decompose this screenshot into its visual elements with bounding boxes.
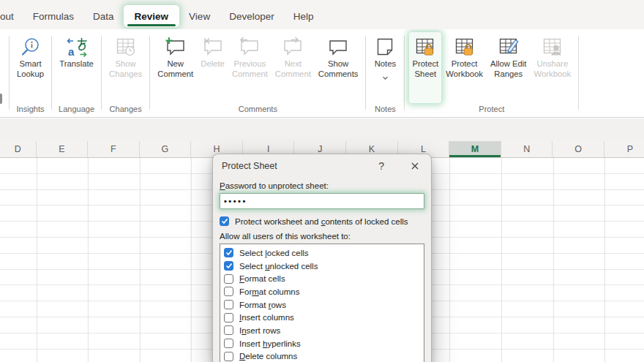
tab-out[interactable]: out: [0, 5, 23, 27]
ribbon-group-changes: ShowChangesChanges: [103, 31, 148, 117]
group-label-comments: Comments: [236, 104, 280, 117]
protect-sheet-dialog: Protect Sheet ? Password to unprotect sh…: [212, 154, 432, 362]
password-input[interactable]: [220, 193, 424, 209]
ribbon-button-translate[interactable]: aTranslate: [56, 32, 97, 103]
tab-formulas[interactable]: Formulas: [23, 5, 83, 27]
group-label-notes: Notes: [372, 104, 399, 117]
ribbon-button-protect-workbook[interactable]: ProtectWorkbook: [443, 32, 486, 103]
checkbox-unchecked-icon[interactable]: [224, 274, 233, 284]
allow-users-label: Allow all users of this worksheet to:: [220, 232, 424, 241]
protect-worksheet-checkbox-row[interactable]: Protect worksheet and contents of locked…: [220, 216, 424, 226]
ribbon-button-label: Delete: [201, 59, 225, 69]
permission-label: Delete columns: [239, 352, 297, 361]
column-header-d[interactable]: D: [0, 141, 37, 157]
help-icon[interactable]: ?: [374, 160, 389, 172]
permission-item[interactable]: Delete columns: [224, 350, 424, 362]
close-icon[interactable]: [408, 160, 422, 172]
group-label-language: Language: [56, 104, 97, 117]
allow-edit-ranges-icon: [497, 36, 520, 59]
ribbon-button-show-changes: ShowChanges: [106, 32, 145, 103]
ribbon-button-label: Allow EditRanges: [490, 59, 527, 80]
permission-item[interactable]: Insert hyperlinks: [224, 337, 424, 350]
group-divider: [101, 36, 102, 110]
permission-item[interactable]: Format rows: [224, 298, 424, 312]
ribbon-button-label: UnshareWorkbook: [534, 59, 572, 80]
permission-label: Select unlocked cells: [239, 262, 318, 271]
checkbox-unchecked-icon[interactable]: [224, 352, 233, 361]
tab-developer[interactable]: Developer: [220, 5, 284, 27]
ribbon-button-label: NewComment: [157, 59, 193, 80]
ribbon-button-label: SmartLookup: [17, 59, 44, 80]
tab-view[interactable]: View: [179, 5, 220, 27]
permission-item[interactable]: Select locked cells: [224, 246, 424, 260]
ribbon-button-label: PreviousComment: [232, 59, 268, 80]
checkbox-checked-icon[interactable]: [220, 216, 229, 226]
permission-label: Insert columns: [239, 313, 294, 322]
column-header-n[interactable]: N: [501, 141, 553, 157]
show-changes-icon: [114, 36, 138, 59]
permission-item[interactable]: Insert rows: [224, 324, 424, 337]
tab-review[interactable]: Review: [124, 5, 180, 27]
group-label-protect: Protect: [476, 104, 507, 117]
permission-label: Format cells: [239, 274, 285, 283]
ribbon-tab-bar: outFormulasDataReviewViewDeveloperHelp: [0, 0, 644, 29]
ribbon-button-label: ShowComments: [318, 59, 359, 80]
permission-item[interactable]: Format cells: [224, 272, 424, 285]
ribbon-button-previous-comment: PreviousComment: [229, 32, 271, 103]
show-comments-icon: [326, 36, 350, 59]
checkbox-unchecked-icon[interactable]: [224, 300, 233, 309]
permission-item[interactable]: Insert columns: [224, 311, 424, 324]
checkbox-checked-icon[interactable]: [224, 261, 233, 271]
dialog-title: Protect Sheet: [222, 161, 374, 171]
permission-label: Insert hyperlinks: [239, 339, 301, 348]
checkbox-unchecked-icon[interactable]: [224, 287, 233, 296]
permission-label: Format columns: [239, 287, 299, 296]
ribbon-button-label: ProtectWorkbook: [446, 59, 483, 80]
ribbon-button-smart-lookup[interactable]: SmartLookup: [14, 32, 47, 103]
excel-window: outFormulasDataReviewViewDeveloperHelp S…: [0, 0, 644, 362]
dialog-body: Password to unprotect sheet: Protect wor…: [213, 181, 431, 362]
group-divider: [149, 36, 150, 110]
ribbon-button-allow-edit-ranges[interactable]: Allow EditRanges: [487, 32, 530, 103]
dialog-title-bar[interactable]: Protect Sheet ?: [213, 154, 431, 176]
permission-label: Select locked cells: [239, 249, 309, 257]
column-header-e[interactable]: E: [37, 141, 89, 157]
ribbon-button-label: ProtectSheet: [412, 59, 438, 80]
permission-label: Insert rows: [239, 326, 280, 335]
ribbon-button-unshare-workbook: UnshareWorkbook: [531, 32, 574, 103]
smart-lookup-icon: [19, 36, 42, 59]
ribbon-group-comments: NewCommentDeletePreviousCommentNextComme…: [151, 31, 364, 117]
ribbon-button-notes[interactable]: Notes: [370, 32, 400, 103]
previous-comment-icon: [238, 36, 261, 59]
checkbox-unchecked-icon[interactable]: [224, 325, 233, 335]
group-divider: [365, 36, 366, 110]
ribbon-button-protect-sheet[interactable]: ProtectSheet: [409, 32, 441, 103]
checkbox-unchecked-icon[interactable]: [224, 339, 233, 348]
group-divider: [578, 36, 579, 110]
tab-help[interactable]: Help: [284, 5, 323, 27]
column-header-p[interactable]: P: [604, 141, 644, 157]
column-header-o[interactable]: O: [553, 141, 604, 157]
formula-bar-spacer: [0, 118, 644, 141]
column-header-f[interactable]: F: [88, 141, 140, 157]
column-header-g[interactable]: G: [140, 141, 192, 157]
group-divider: [9, 36, 10, 110]
ribbon-button-show-comments[interactable]: ShowComments: [315, 32, 362, 103]
group-divider: [51, 36, 52, 110]
ribbon-button-new-comment[interactable]: NewComment: [154, 32, 196, 103]
checkbox-unchecked-icon[interactable]: [224, 313, 233, 323]
permission-label: Format rows: [239, 301, 286, 309]
permission-item[interactable]: Select unlocked cells: [224, 260, 424, 273]
tab-data[interactable]: Data: [83, 5, 124, 27]
delete-comment-icon: [201, 36, 225, 59]
chevron-down-icon: [382, 70, 389, 75]
ribbon-group-notes: NotesNotes: [367, 31, 402, 117]
group-label-changes: Changes: [107, 104, 145, 117]
checkbox-checked-icon[interactable]: [224, 248, 233, 257]
permissions-listbox[interactable]: Select locked cellsSelect unlocked cells…: [220, 244, 424, 362]
ribbon-button-label: Notes: [375, 59, 397, 69]
column-header-m[interactable]: M: [449, 141, 501, 157]
svg-text:a: a: [68, 45, 75, 58]
unshare-workbook-icon: [541, 36, 564, 59]
permission-item[interactable]: Format columns: [224, 285, 424, 298]
